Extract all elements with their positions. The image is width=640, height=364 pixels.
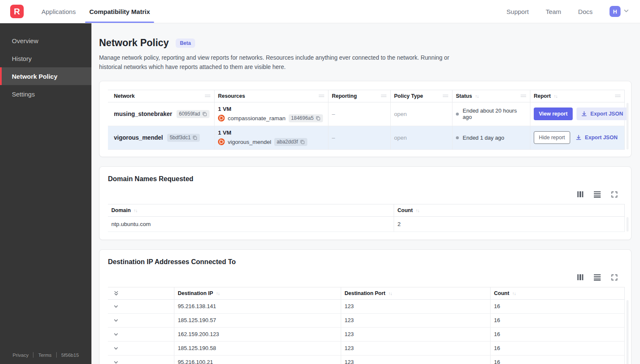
network-table-card: Network Resources Reporting Policy Type	[99, 81, 632, 157]
row-density-icon[interactable]	[594, 274, 601, 281]
column-resize-handle[interactable]	[615, 95, 621, 97]
sort-icon[interactable]: ↑↓	[416, 208, 419, 213]
network-row-vigorous-mendel[interactable]: vigorous_mendel 5bdf3dc1 1 VM vigorous_m…	[108, 126, 625, 150]
network-hash-pill[interactable]: 5bdf3dc1	[167, 134, 200, 142]
card-title: Destination IP Addresses Connected To	[108, 258, 624, 266]
status-text: Ended 1 day ago	[463, 135, 504, 141]
hash-text: 60959fad	[179, 111, 200, 117]
column-label: Reporting	[332, 93, 357, 99]
column-label: Count	[494, 290, 509, 296]
resource-hash-pill[interactable]: 184696a5	[289, 114, 323, 122]
resource-name[interactable]: vigorous_mendel	[228, 139, 271, 145]
export-json-button[interactable]: Export JSON	[577, 108, 628, 120]
sidebar-item-overview[interactable]: Overview	[0, 32, 91, 50]
resource-hash-pill[interactable]: aba2dd3f	[274, 138, 307, 146]
row-expand-icon[interactable]	[113, 332, 119, 337]
row-expand-icon[interactable]	[113, 318, 119, 323]
ip-cell: 95.216.100.21	[174, 356, 341, 364]
download-icon	[576, 135, 582, 141]
row-expand-icon[interactable]	[113, 304, 119, 309]
columns-icon[interactable]	[577, 274, 584, 280]
avatar[interactable]: H	[610, 6, 621, 17]
hash-text: aba2dd3f	[277, 139, 298, 145]
destination-row[interactable]: 162.159.200.123 123 16	[108, 328, 625, 342]
column-header-count: Count ↑↓	[394, 204, 625, 216]
expand-icon[interactable]	[611, 274, 618, 281]
ubuntu-icon	[218, 138, 225, 145]
count-cell: 16	[491, 356, 625, 364]
column-resize-handle[interactable]	[443, 95, 448, 97]
destination-row[interactable]: 95.216.100.21 123 16	[108, 356, 625, 364]
vm-count: 1 VM	[218, 130, 232, 136]
column-label: Count	[397, 207, 413, 213]
sort-icon[interactable]: ↑↓	[554, 94, 557, 99]
account-menu[interactable]: H	[610, 6, 629, 17]
ip-cell: 185.125.190.57	[174, 314, 341, 327]
table-scrollbar[interactable]	[626, 103, 629, 149]
column-resize-handle[interactable]	[319, 95, 324, 97]
link-docs[interactable]: Docs	[578, 8, 593, 15]
count-cell: 16	[491, 314, 625, 327]
column-label: Policy Type	[394, 93, 423, 99]
hide-report-button[interactable]: Hide report	[534, 131, 570, 144]
footer-divider	[33, 352, 33, 358]
copy-icon[interactable]	[193, 135, 197, 140]
port-cell: 123	[341, 314, 491, 327]
row-expand-icon[interactable]	[113, 346, 119, 351]
table-scrollbar[interactable]	[626, 300, 629, 364]
expand-icon[interactable]	[611, 191, 618, 198]
count-cell: 2	[394, 217, 625, 232]
sort-icon[interactable]: ↑↓	[512, 291, 516, 296]
column-header-network: Network	[108, 90, 215, 102]
terms-link[interactable]: Terms	[38, 353, 51, 358]
sort-icon[interactable]: ↑↓	[389, 291, 392, 296]
destination-row[interactable]: 95.216.138.141 123 16	[108, 300, 625, 314]
destination-row[interactable]: 185.125.190.57 123 16	[108, 314, 625, 328]
sidebar-item-history[interactable]: History	[0, 50, 91, 67]
column-header-status: Status ↑↓	[452, 90, 530, 102]
copy-icon[interactable]	[202, 112, 207, 116]
privacy-link[interactable]: Privacy	[13, 353, 29, 358]
network-hash-pill[interactable]: 60959fad	[177, 110, 210, 118]
sort-icon[interactable]: ↑↓	[134, 208, 138, 213]
expand-all-icon[interactable]	[113, 290, 119, 296]
reporting-cell: –	[328, 102, 391, 126]
vm-count: 1 VM	[218, 106, 232, 112]
tab-applications[interactable]: Applications	[35, 0, 83, 23]
sidebar: Overview History Network Policy Settings…	[0, 23, 91, 364]
column-resize-handle[interactable]	[205, 95, 210, 97]
link-support[interactable]: Support	[507, 8, 529, 15]
column-resize-handle[interactable]	[381, 95, 386, 97]
destination-table-header: Destination IP ↑↓ Destination Port ↑↓ Co…	[108, 287, 625, 300]
destination-row[interactable]: 185.125.190.58 123 16	[108, 342, 625, 356]
port-cell: 123	[341, 342, 491, 355]
copy-icon[interactable]	[300, 140, 305, 144]
domain-cell: ntp.ubuntu.com	[108, 217, 394, 232]
resource-name[interactable]: compassionate_raman	[228, 115, 286, 121]
table-toolbar	[108, 191, 618, 198]
column-label: Domain	[111, 207, 131, 213]
policy-type-cell: open	[391, 126, 452, 149]
row-expand-icon[interactable]	[113, 360, 119, 364]
network-row-musing-stonebraker[interactable]: musing_stonebraker 60959fad 1 VM compass…	[108, 102, 625, 126]
column-resize-handle[interactable]	[521, 95, 526, 97]
sort-icon[interactable]: ↑↓	[475, 94, 479, 99]
sidebar-item-settings[interactable]: Settings	[0, 85, 91, 103]
export-json-button[interactable]: Export JSON	[574, 131, 622, 144]
columns-icon[interactable]	[577, 191, 584, 197]
column-header-reporting: Reporting	[328, 90, 391, 102]
sidebar-item-network-policy[interactable]: Network Policy	[0, 67, 91, 85]
view-report-button[interactable]: View report	[534, 108, 573, 120]
build-hash: 5f56b15	[61, 353, 79, 358]
sort-icon[interactable]: ↑↓	[216, 291, 220, 296]
page-title: Network Policy	[99, 37, 169, 49]
table-scrollbar[interactable]	[626, 217, 629, 232]
tab-compatibility-matrix[interactable]: Compatibility Matrix	[83, 0, 157, 23]
app-logo[interactable]: R	[10, 5, 24, 18]
link-team[interactable]: Team	[546, 8, 561, 15]
row-density-icon[interactable]	[594, 191, 601, 198]
column-header-destination-port: Destination Port ↑↓	[341, 287, 491, 299]
domain-row[interactable]: ntp.ubuntu.com 2	[108, 217, 625, 232]
copy-icon[interactable]	[316, 116, 320, 121]
column-header-expander	[108, 287, 174, 299]
